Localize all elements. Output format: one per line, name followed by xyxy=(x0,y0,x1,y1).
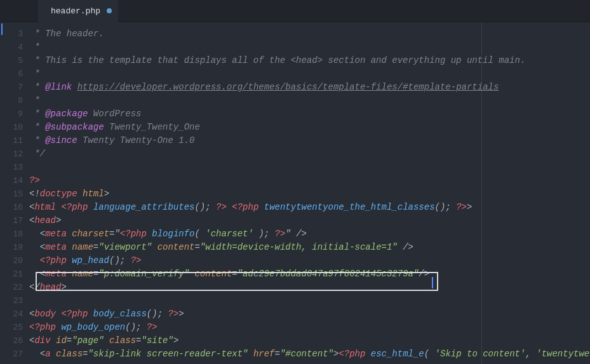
line-number: 5 xyxy=(5,54,29,67)
code-line[interactable]: <div id="page" class="site"> xyxy=(29,334,590,347)
code-line[interactable]: <body <?php body_class(); ?>> xyxy=(29,307,590,321)
code-line[interactable]: * xyxy=(29,67,590,81)
line-number: 22 xyxy=(5,281,29,294)
tab-filename: header.php xyxy=(51,6,100,16)
code-line[interactable]: ?> xyxy=(29,174,590,187)
code-line[interactable]: <meta charset="<?php bloginfo( 'charset'… xyxy=(29,227,590,241)
code-line[interactable]: * xyxy=(29,94,590,107)
line-number: 27 xyxy=(5,347,29,361)
code-line[interactable]: <a class="skip-link screen-reader-text" … xyxy=(29,347,590,361)
line-number: 3 xyxy=(5,27,29,41)
fold-marker-icon xyxy=(1,24,3,35)
line-number: 14 xyxy=(5,174,29,187)
line-number: 20 xyxy=(5,254,29,267)
code-line[interactable]: * This is the template that displays all… xyxy=(29,54,590,67)
line-number: 23 xyxy=(5,294,29,307)
line-number: 8 xyxy=(5,94,29,107)
code-line[interactable]: <meta name="p:domain_verify" content="ad… xyxy=(29,267,590,281)
line-number: 24 xyxy=(5,307,29,321)
tab-bar: header.php xyxy=(0,0,590,22)
line-number: 10 xyxy=(5,121,29,134)
editor-container: header.php 34567891011121314151617181920… xyxy=(0,0,590,364)
code-line[interactable]: <meta name="viewport" content="width=dev… xyxy=(29,241,590,254)
file-tab[interactable]: header.php xyxy=(38,0,118,22)
line-number: 26 xyxy=(5,334,29,347)
line-number: 12 xyxy=(5,147,29,161)
line-number: 4 xyxy=(5,41,29,54)
line-number: 9 xyxy=(5,107,29,121)
code-line[interactable]: * @link https://developer.wordpress.org/… xyxy=(29,81,590,94)
gutter: 3456789101112131415161718192021222324252… xyxy=(5,22,29,364)
line-number: 13 xyxy=(5,161,29,174)
line-number: 25 xyxy=(5,321,29,334)
code-line[interactable]: <?php wp_body_open(); ?> xyxy=(29,321,590,334)
line-number: 7 xyxy=(5,81,29,94)
code-line[interactable]: */ xyxy=(29,147,590,161)
code-line[interactable]: * @since Twenty Twenty-One 1.0 xyxy=(29,134,590,147)
code-line[interactable] xyxy=(29,161,590,174)
indicator-strip xyxy=(0,22,5,364)
line-number: 17 xyxy=(5,214,29,227)
line-number: 28 xyxy=(5,361,29,364)
code-line[interactable] xyxy=(29,294,590,307)
code-line[interactable]: <html <?php language_attributes(); ?> <?… xyxy=(29,201,590,214)
code-line[interactable]: <head> xyxy=(29,214,590,227)
line-number: 16 xyxy=(5,201,29,214)
line-number: 18 xyxy=(5,227,29,241)
line-number: 19 xyxy=(5,241,29,254)
line-number: 11 xyxy=(5,134,29,147)
text-cursor xyxy=(432,277,433,288)
code-line[interactable]: * xyxy=(29,41,590,54)
code-line[interactable]: <!doctype html> xyxy=(29,187,590,201)
code-line[interactable]: * The header. xyxy=(29,27,590,41)
modified-indicator-icon xyxy=(107,8,112,13)
line-number: 15 xyxy=(5,187,29,201)
code-area[interactable]: 3456789101112131415161718192021222324252… xyxy=(0,22,590,364)
code-line[interactable]: * @package WordPress xyxy=(29,107,590,121)
code-line[interactable]: * @subpackage Twenty_Twenty_One xyxy=(29,121,590,134)
code-line[interactable]: </head> xyxy=(29,281,590,294)
line-number: 6 xyxy=(5,67,29,81)
line-number: 21 xyxy=(5,267,29,281)
code-content[interactable]: * The header. * * This is the template t… xyxy=(29,22,590,364)
code-line[interactable]: <?php wp_head(); ?> xyxy=(29,254,590,267)
